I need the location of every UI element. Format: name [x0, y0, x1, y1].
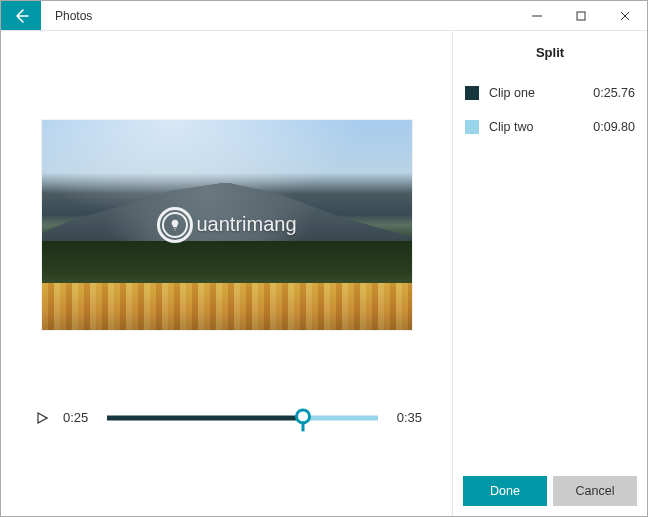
button-row: Done Cancel	[463, 476, 637, 506]
close-button[interactable]	[603, 1, 647, 30]
clip-two-duration: 0:09.80	[593, 120, 635, 134]
timeline: 0:25 0:35	[21, 408, 432, 428]
preview-pane: uantrimang 0:25 0:35	[1, 31, 452, 516]
close-icon	[620, 11, 630, 21]
clip-one-name: Clip one	[489, 86, 583, 100]
clip-row-two[interactable]: Clip two 0:09.80	[463, 120, 637, 134]
track-clip-one	[107, 415, 303, 420]
clip-row-one[interactable]: Clip one 0:25.76	[463, 86, 637, 100]
lightbulb-icon	[156, 207, 192, 243]
play-button[interactable]	[35, 411, 49, 425]
done-button[interactable]: Done	[463, 476, 547, 506]
back-button[interactable]	[1, 1, 41, 30]
back-arrow-icon	[13, 8, 29, 24]
window-title: Photos	[41, 1, 515, 30]
watermark-text: uantrimang	[196, 213, 296, 236]
clip-two-swatch	[465, 120, 479, 134]
minimize-button[interactable]	[515, 1, 559, 30]
video-preview[interactable]: uantrimang	[42, 120, 412, 330]
clip-one-duration: 0:25.76	[593, 86, 635, 100]
content-area: uantrimang 0:25 0:35 Split Clip one 0:25…	[1, 31, 647, 516]
split-handle[interactable]	[295, 408, 311, 424]
title-bar: Photos	[1, 1, 647, 31]
minimize-icon	[532, 11, 542, 21]
maximize-button[interactable]	[559, 1, 603, 30]
preview-art-town	[42, 283, 412, 329]
clip-one-swatch	[465, 86, 479, 100]
preview-art-forest	[42, 241, 412, 287]
play-icon	[36, 412, 48, 424]
watermark: uantrimang	[156, 207, 296, 243]
timeline-track[interactable]	[107, 408, 378, 428]
window-controls	[515, 1, 647, 30]
total-time: 0:35	[392, 410, 422, 425]
svg-marker-4	[38, 413, 47, 423]
current-time: 0:25	[63, 410, 93, 425]
svg-rect-1	[577, 12, 585, 20]
clip-two-name: Clip two	[489, 120, 583, 134]
cancel-button[interactable]: Cancel	[553, 476, 637, 506]
track-clip-two	[303, 415, 378, 420]
maximize-icon	[576, 11, 586, 21]
split-panel-title: Split	[463, 45, 637, 60]
split-panel: Split Clip one 0:25.76 Clip two 0:09.80 …	[452, 31, 647, 516]
